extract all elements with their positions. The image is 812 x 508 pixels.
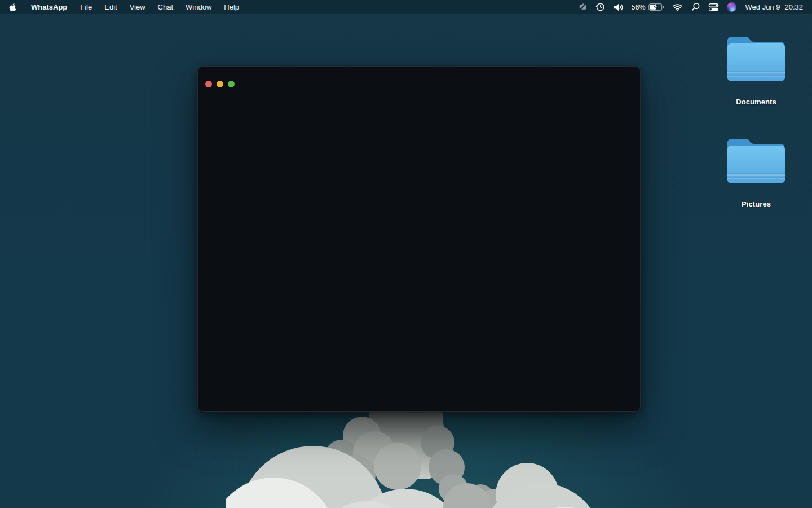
menubar-date: Wed Jun 9	[745, 3, 780, 11]
battery-icon	[648, 3, 664, 11]
menu-edit[interactable]: Edit	[98, 0, 123, 14]
desktop-icon-label: Pictures	[742, 200, 771, 208]
battery-status[interactable]: 56%	[628, 0, 668, 14]
apple-icon	[9, 3, 16, 12]
menu-window[interactable]: Window	[179, 0, 218, 14]
menubar: WhatsApp File Edit View Chat Window Help	[0, 0, 812, 14]
whatsapp-window	[197, 66, 641, 412]
wallpaper-cloud-illustration	[226, 410, 609, 508]
menubar-left: WhatsApp File Edit View Chat Window Help	[0, 0, 245, 14]
menu-help[interactable]: Help	[218, 0, 245, 14]
close-button[interactable]	[205, 81, 212, 87]
wifi-icon	[672, 3, 683, 11]
menubar-clock[interactable]: Wed Jun 9 20:32	[740, 3, 804, 11]
control-center-icon	[708, 3, 719, 12]
menu-extra-wifi[interactable]	[668, 0, 687, 14]
minimize-button[interactable]	[217, 81, 223, 87]
menu-extra-slashed[interactable]	[574, 0, 592, 14]
menubar-time: 20:32	[784, 3, 803, 11]
desktop-icon-pictures[interactable]: Pictures	[717, 134, 796, 208]
control-center[interactable]	[704, 0, 723, 14]
siri-menu[interactable]	[723, 0, 740, 14]
menu-file[interactable]: File	[74, 0, 98, 14]
folder-icon	[723, 134, 789, 186]
app-menu-title[interactable]: WhatsApp	[24, 0, 74, 14]
battery-percent-label: 56%	[632, 3, 646, 11]
spotlight-search[interactable]	[687, 0, 704, 14]
slashed-status-icon	[578, 2, 588, 12]
desktop-icon-label: Documents	[736, 98, 776, 106]
zoom-button[interactable]	[228, 81, 235, 87]
apple-menu[interactable]	[0, 0, 24, 14]
menu-extra-volume[interactable]	[609, 0, 628, 14]
folder-icon	[723, 32, 789, 84]
time-machine-icon	[595, 2, 605, 12]
menu-chat[interactable]: Chat	[152, 0, 179, 14]
menu-extra-time-machine[interactable]	[592, 0, 609, 14]
spotlight-search-icon	[691, 2, 700, 12]
menu-view[interactable]: View	[123, 0, 152, 14]
window-controls	[205, 81, 235, 87]
desktop-icon-documents[interactable]: Documents	[717, 32, 796, 106]
volume-icon	[613, 3, 624, 12]
siri-icon	[727, 2, 736, 12]
menubar-status-area: 56%	[574, 0, 812, 14]
